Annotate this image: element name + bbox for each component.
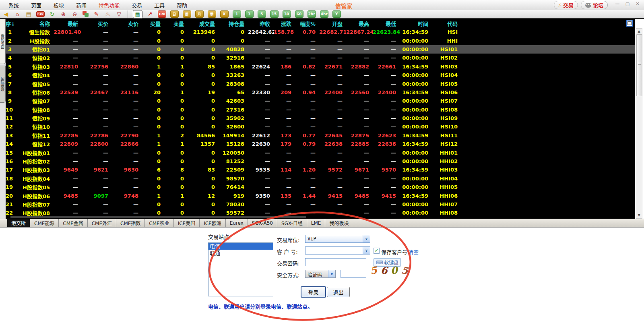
chevron-down-icon[interactable]: ∨ [363, 235, 370, 242]
column-header-6[interactable]: 买量 [142, 20, 164, 27]
sidebar-tab-my-pages[interactable]: 我的页面 ▶ [0, 19, 6, 64]
exchange-tab-CME金属[interactable]: CME金属 [58, 219, 87, 227]
quote-row-HSI10[interactable]: 12恒指10———00032600——————00:00:00HSI10 [6, 122, 635, 131]
quote-row-HSI02[interactable]: 4恒指02———00032916——————00:00:00HSI02 [6, 54, 635, 62]
column-header-3[interactable]: 最新 [54, 20, 82, 27]
trade-button[interactable]: ⚡ 交易 [554, 1, 578, 9]
quote-row-HHI[interactable]: 2H股指数———0000——————00:00:00HHI [6, 36, 635, 45]
period-button-Y[interactable]: Y [332, 10, 341, 18]
exchange-tab-ICE美国[interactable]: ICE美国 [173, 219, 200, 227]
f10-info-icon[interactable]: F10 [36, 11, 45, 17]
menu-item-系统[interactable]: 系统 [2, 1, 25, 9]
column-header-12[interactable]: 幅度% [295, 20, 319, 27]
seat-select[interactable]: VIP ∨ [305, 235, 370, 243]
period-button-2hr[interactable]: 2hr [308, 10, 316, 18]
exchange-tab-CME外汇[interactable]: CME外汇 [87, 219, 116, 227]
column-header-14[interactable]: 最高 [346, 20, 373, 27]
column-header-15[interactable]: 最低 [373, 20, 400, 27]
column-header-10[interactable]: 昨收 [248, 20, 274, 27]
minimize-button[interactable]: — [614, 1, 621, 7]
captcha-input[interactable] [341, 270, 366, 278]
close-button[interactable]: ✕ [634, 1, 641, 7]
scroll-down-arrow-icon[interactable]: ▼ [636, 213, 642, 218]
exchange-tab-港交所[interactable]: 港交所 [7, 219, 30, 227]
quote-row-HSI08[interactable]: 10恒指08———00027316——————00:00:00HSI08 [6, 106, 635, 114]
quote-row-HSI[interactable]: 1恒生指数22801.40——00213946022642.62158.780.… [6, 28, 635, 36]
period-button-1[interactable]: 1 [233, 10, 241, 18]
column-header-5[interactable]: 卖价 [112, 20, 142, 27]
chevron-down-icon[interactable]: ∨ [328, 270, 335, 277]
pencil-icon[interactable]: ✎ [93, 10, 100, 18]
column-header-13[interactable]: 开盘 [319, 20, 346, 27]
account-combobox[interactable]: ∨ [305, 246, 370, 255]
quote-row-HHI03[interactable]: 17H股指数0396499621963068832250995351141.20… [6, 166, 635, 174]
menu-item-工具[interactable]: 工具 [148, 1, 171, 9]
zoom-in-icon[interactable]: ⊕ [60, 10, 67, 18]
quote-row-HSI12[interactable]: 14恒指122280922800228661113571512822630179… [6, 140, 635, 148]
quote-row-HHI01[interactable]: 15H股指数01———000120050——————00:00:00HHI01 [6, 148, 635, 157]
chart-view-icon[interactable]: ↗ [147, 10, 154, 18]
torch-icon[interactable]: ♨ [104, 10, 111, 18]
exchange-tab-Eurex[interactable]: Eurex [225, 219, 248, 227]
quote-row-HSI05[interactable]: 7恒指05———00028308——————00:00:00HSI05 [6, 79, 635, 88]
password-input[interactable] [305, 258, 366, 266]
station-item-电信[interactable]: 电信 [208, 243, 273, 250]
exchange-tab-LME[interactable]: LME [307, 219, 325, 227]
exchange-tab-我的板块[interactable]: 我的板块 [325, 219, 353, 227]
exchange-tab-CME农业[interactable]: CME农业 [144, 219, 173, 227]
exchange-tab-CME指数[interactable]: CME指数 [116, 219, 144, 227]
layers-icon[interactable] [83, 11, 89, 17]
scroll-up-arrow-icon[interactable]: ▲ [636, 29, 642, 34]
column-header-17[interactable]: 代码 [432, 20, 461, 27]
menu-item-板块[interactable]: 板块 [47, 1, 70, 9]
period-button-3[interactable]: 3 [245, 10, 254, 18]
menu-item-新闻[interactable]: 新闻 [70, 1, 93, 9]
period-button-季[interactable]: 季 [208, 10, 216, 18]
period-button-Tick[interactable]: Tick [158, 10, 166, 18]
station-listbox[interactable]: 电信联通 [208, 242, 273, 296]
quote-row-HHI04[interactable]: 18H股指数04———00098570——————00:00:00HHI04 [6, 174, 635, 183]
column-header-8[interactable]: 成交量 [188, 20, 219, 27]
notepad-icon[interactable]: ▤ [25, 10, 32, 18]
horizontal-scrollbar-thumb[interactable] [10, 216, 306, 218]
period-button-周[interactable]: 周 [183, 10, 191, 18]
quote-row-HSI09[interactable]: 11恒指09———00035902——————00:00:00HSI09 [6, 114, 635, 122]
quote-row-HSI07[interactable]: 9恒指07———00042603——————00:00:00HSI07 [6, 97, 635, 105]
save-account-checkbox[interactable]: ✓ [374, 248, 380, 254]
quote-row-HSI03[interactable]: 5恒指0322810227562286011851865226241860.82… [6, 62, 635, 71]
quote-row-HSI04[interactable]: 6恒指04———00033263——————00:00:00HSI04 [6, 71, 635, 79]
exchange-tab-SGX-A50[interactable]: SGX-A50 [248, 219, 277, 227]
mdi-restore-icon[interactable] [626, 20, 633, 27]
period-button-月[interactable]: 月 [195, 10, 204, 18]
column-header-4[interactable]: 买价 [82, 20, 112, 27]
column-header-9[interactable]: 持仓量 [219, 20, 248, 27]
column-header-16[interactable]: 时间 [400, 20, 432, 27]
column-header-2[interactable]: 名称 [15, 20, 54, 27]
quote-row-HSI06[interactable]: 8恒指062253922467231162011965223302090.942… [6, 88, 635, 97]
quote-row-HSI11[interactable]: 13恒指112278522786227901284566149914226121… [6, 131, 635, 140]
quote-row-HHI05[interactable]: 19H股指数05———00076414——————00:00:00HHI05 [6, 183, 635, 191]
period-button-60[interactable]: 60 [295, 10, 303, 18]
quote-row-HHI06[interactable]: 20H股指数06948590979748111291993501351.4494… [6, 191, 635, 200]
home-icon[interactable]: ⌂ [14, 10, 21, 18]
period-button-15[interactable]: 15 [270, 10, 279, 18]
menu-item-帮助[interactable]: 帮助 [171, 1, 193, 9]
menu-item-特色功能[interactable]: 特色功能 [93, 1, 126, 9]
security-select[interactable]: 验证码 ∨ [305, 270, 336, 278]
period-button-5[interactable]: 5 [258, 10, 266, 18]
period-button-4hr[interactable]: 4hr [320, 10, 328, 18]
quote-row-HHI07[interactable]: 21H股指数07———00078030——————00:00:00HHI07 [6, 200, 635, 209]
station-item-联通[interactable]: 联通 [208, 250, 273, 257]
maximize-button[interactable]: ▢ [624, 1, 631, 7]
column-header-1[interactable]: 序↓ [6, 20, 15, 27]
exit-button[interactable]: 退出 [327, 287, 350, 297]
menu-item-页面[interactable]: 页面 [25, 1, 47, 9]
zoom-out-icon[interactable]: ⊖ [71, 10, 78, 18]
refresh-icon[interactable]: ↻ [49, 10, 56, 18]
exchange-tab-ICE欧洲[interactable]: ICE欧洲 [199, 219, 225, 227]
vertical-scrollbar-thumb[interactable] [636, 34, 642, 96]
back-icon[interactable]: ◀ [2, 10, 10, 18]
clear-link[interactable]: 清空 [408, 248, 419, 256]
chevron-down-icon[interactable]: ∨ [363, 247, 370, 254]
period-button-30[interactable]: 30 [283, 10, 291, 18]
